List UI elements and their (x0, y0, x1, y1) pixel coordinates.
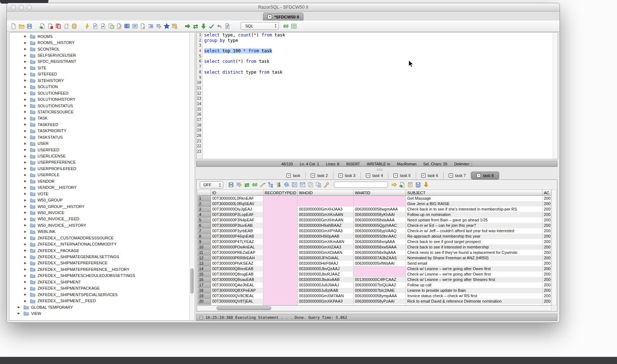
tree-item-vote[interactable]: ▶ VOTE (10, 191, 189, 197)
table-row[interactable]: 2000T3000000QV8TjEAL0033000000GmXKPAA300… (198, 299, 551, 304)
table-row[interactable]: 200T3000000L0RqSEAVGive Jenn a BIG RAISE… (198, 201, 551, 207)
cell-id[interactable]: 00T3000000PRR8rEAH (211, 255, 263, 261)
table-row[interactable]: 1400T3000000Q8rexEAB0033000000JbvQzAAJCh… (198, 266, 551, 272)
tree-item-taskstatus[interactable]: ▶ TASKSTATUS (10, 134, 189, 140)
cell-id[interactable]: 00T3000000OiyJgEAJ (211, 207, 263, 212)
disclosure-triangle-icon[interactable]: ▶ (24, 47, 27, 51)
row-number-cell[interactable]: 7 (198, 228, 211, 234)
cell-subject[interactable]: Check back in to see if she's interested… (406, 207, 542, 212)
disclosure-triangle-icon[interactable]: ▶ (24, 161, 27, 164)
tree-scrollbar[interactable] (189, 33, 194, 320)
code-line[interactable] (203, 128, 553, 133)
database-icon[interactable] (71, 23, 78, 30)
code-line[interactable] (203, 101, 553, 107)
indent-lines-icon[interactable] (147, 23, 154, 30)
column-header-recordtypeid[interactable]: RECORDTYPEID (263, 190, 297, 196)
disclosure-triangle-icon[interactable]: ▶ (24, 91, 27, 95)
result-tab-task-4[interactable]: ×task 4 (361, 172, 388, 179)
table-row[interactable]: 700T3000000P3yrbEAB0033000000GmXPYAA3006… (198, 228, 551, 234)
cell-subject[interactable]: Check w/ Leanne – we're going after Owen… (406, 266, 542, 272)
cell-id[interactable]: 00T3000000Q8rexEAB (211, 266, 263, 272)
cell-id[interactable]: 00T3000000P3tuvEAB (211, 223, 263, 228)
disclosure-triangle-icon[interactable]: ▶ (24, 192, 27, 195)
cell-recordtypeid[interactable] (263, 228, 297, 234)
cell-whatid[interactable] (353, 196, 406, 201)
table-row[interactable]: 1500T3000000Q8rugEAB0033000000JbvRJAAZCh… (198, 272, 551, 277)
tree-item-zkfedex-customaddresssource[interactable]: ▶ ZKFEDEX__CUSTOMADDRESSSOURCE (10, 235, 189, 241)
close-tab-icon[interactable]: × (267, 14, 272, 19)
disclosure-triangle-icon[interactable]: ▶ (24, 179, 27, 183)
tree-item-sfdc-registrant[interactable]: ▶ SFDC_REGISTRANT (10, 58, 189, 65)
tree-view-icon[interactable] (267, 181, 274, 188)
cell-recordtypeid[interactable] (263, 212, 297, 217)
tree-item-solutionstatus[interactable]: ▶ SOLUTIONSTATUS (10, 103, 189, 109)
tree-item-zkfedex-package[interactable]: ▶ ZKFEDEX__PACKAGE (10, 247, 189, 254)
code-line[interactable] (203, 54, 553, 59)
panel-list-icon[interactable] (291, 181, 298, 188)
cell-recordtypeid[interactable] (263, 196, 297, 201)
tree-item-solutionfeed[interactable]: ▶ SOLUTIONFEED (10, 90, 189, 96)
row-number-cell[interactable]: 3 (198, 207, 211, 212)
result-tab-task[interactable]: ×task (281, 172, 306, 179)
notepad-icon[interactable] (407, 181, 414, 188)
table-row[interactable]: 1200T3000000PRR8rEAH0033000000JFhGlAAL00… (198, 255, 551, 261)
cell-recordtypeid[interactable] (263, 272, 297, 277)
tree-item-w50-group-history[interactable]: ▶ W50_GROUP__HISTORY (10, 203, 189, 209)
cell-id[interactable]: 00T3000000P3N4pEAF (211, 217, 263, 223)
row-number-cell[interactable]: 9 (198, 239, 211, 244)
cell-subject[interactable]: Re-approach about membership this year (406, 234, 542, 239)
cell-whatid[interactable]: 0013000000C4fFCAAZ (353, 277, 406, 282)
cell-subject[interactable]: Rick to email David & reference Delmonte… (406, 299, 542, 304)
code-line[interactable]: group by type (203, 38, 553, 43)
doc-export-icon[interactable] (108, 23, 115, 30)
table-row[interactable]: 600T3000000P3tuvEAB0033000000H9aNBAAZ006… (198, 223, 551, 228)
disclosure-triangle-icon[interactable]: ▶ (24, 236, 27, 239)
cell-ac[interactable]: 200 (542, 288, 551, 293)
tree-item-zkfedex-shipmatepreference[interactable]: ▶ ZKFEDEX__SHIPMATEPREFERENCE (10, 260, 189, 266)
disclosure-triangle-icon[interactable]: ▶ (24, 167, 27, 170)
book-help-icon[interactable] (124, 23, 130, 30)
folder-open-icon[interactable] (18, 23, 25, 30)
code-line[interactable] (203, 75, 553, 81)
tree-item-zkfedex-internationalcommodity[interactable]: ▶ ZKFEDEX__INTERNATIONALCOMMODITY (10, 241, 189, 247)
cell-recordtypeid[interactable] (263, 250, 297, 255)
code-line[interactable] (203, 112, 553, 117)
tree-item-rooms[interactable]: ▶ ROOMS (10, 33, 189, 39)
cell-subject[interactable]: Send email (406, 261, 542, 266)
tree-item-view[interactable]: ▶ VIEW (10, 310, 189, 316)
disclosure-triangle-icon[interactable]: ▶ (24, 73, 27, 76)
code-line[interactable] (203, 64, 553, 70)
column-header-whoid[interactable]: WHOID (297, 190, 353, 196)
cell-id[interactable]: 00T3000000QV8CfEAL (211, 293, 263, 299)
cell-id[interactable]: 00T3000000PfvKSEAZ (211, 261, 263, 266)
tree-item-taskfeed[interactable]: ▶ TASKFEED (10, 121, 189, 127)
close-tab-icon[interactable]: × (366, 173, 370, 178)
code-line[interactable] (203, 86, 553, 91)
cell-ac[interactable]: 200 (542, 239, 551, 244)
row-number-cell[interactable]: 8 (198, 234, 211, 239)
tree-item-vendor[interactable]: ▶ VENDOR (10, 178, 189, 184)
column-header-id[interactable]: ID (211, 190, 263, 196)
disclosure-triangle-icon[interactable]: ▶ (24, 255, 27, 259)
tree-item-scontrol[interactable]: ▶ SCONTROL (10, 46, 189, 52)
cell-ac[interactable]: 200 (542, 228, 551, 234)
tree-item-w50-invoice-history[interactable]: ▶ W50_INVOICE__HISTORY (10, 222, 189, 228)
cell-whoid[interactable]: 0033000000GmXKmAAN (297, 239, 353, 244)
row-limit-select[interactable]: OFF▲▼ (200, 181, 223, 188)
cell-whoid[interactable]: 0033000000GmXM7AAN (297, 293, 353, 299)
cell-ac[interactable]: 200 (542, 223, 551, 228)
go-arrow-yellow-icon[interactable] (391, 181, 398, 188)
sort-arrows-icon[interactable] (275, 181, 282, 188)
tree-item-weblink[interactable]: ▶ WEBLINK (10, 229, 189, 235)
cell-whatid[interactable]: 006300000058yPzAAI (353, 299, 406, 304)
cell-whatid[interactable]: 006300000058xw5AAA (353, 244, 406, 250)
cell-whatid[interactable]: 00630000005xfWaAAI (353, 261, 406, 266)
cell-id[interactable]: 00T3000000P3yrbEAB (211, 228, 263, 234)
cell-ac[interactable]: 200 (542, 299, 551, 304)
code-line[interactable]: select type, count(*) from task (203, 32, 553, 38)
cell-subject[interactable]: Check-in w/ Ed – can he join this year? (406, 223, 542, 228)
row-number-cell[interactable]: 13 (198, 261, 211, 266)
cell-whatid[interactable]: 00630000007bIc2AAE (353, 288, 406, 293)
cell-ac[interactable]: 200 (542, 282, 551, 288)
disclosure-triangle-icon[interactable]: ▶ (24, 287, 27, 290)
